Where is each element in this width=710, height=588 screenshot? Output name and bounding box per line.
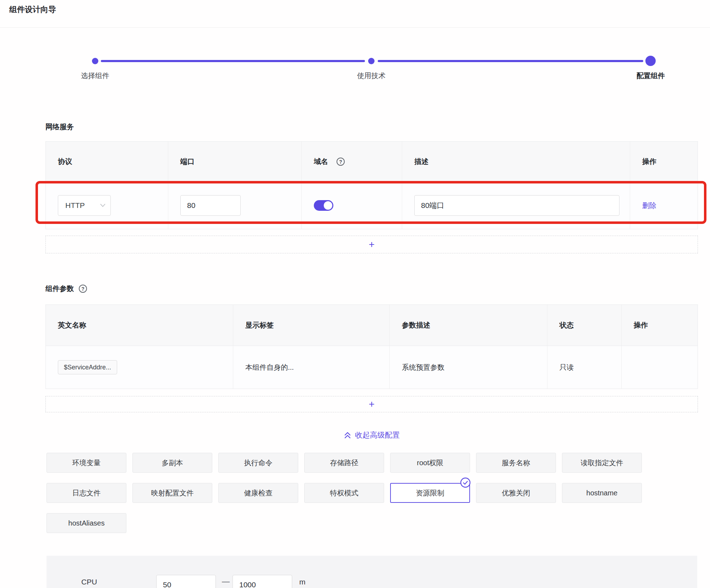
add-network-service-row-button[interactable]: +: [45, 236, 698, 253]
option-resource-limits[interactable]: 资源限制: [390, 483, 470, 503]
option-health-check[interactable]: 健康检查: [218, 483, 298, 503]
stepper-connector-1: [101, 60, 365, 62]
step-dot-configure-component: [645, 56, 656, 66]
network-service-table-header: 协议 端口 域名 ? 描述 操作: [46, 142, 698, 182]
add-component-param-row-button[interactable]: +: [45, 396, 698, 412]
step-label-use-technology[interactable]: 使用技术: [318, 71, 425, 81]
description-input[interactable]: [414, 195, 619, 216]
component-params-table-header: 英文名称 显示标签 参数描述 状态 操作: [46, 305, 698, 346]
option-exec-command[interactable]: 执行命令: [218, 453, 298, 473]
step-label-select-component[interactable]: 选择组件: [42, 71, 148, 81]
double-chevron-up-icon: [344, 431, 351, 439]
option-hostname[interactable]: hostname: [562, 483, 642, 503]
domain-help-icon[interactable]: ?: [337, 158, 345, 166]
param-name-tag[interactable]: $ServiceAddre...: [58, 360, 117, 374]
option-read-specified-file[interactable]: 读取指定文件: [562, 453, 642, 473]
actions-cell: 删除: [630, 182, 698, 229]
component-design-wizard-page: 组件设计向导 选择组件 使用技术 配置组件 网络服务 协议 端口 域名 ? 描述: [0, 0, 710, 588]
network-service-title-text: 网络服务: [45, 122, 74, 132]
option-map-config-file[interactable]: 映射配置文件: [132, 483, 212, 503]
option-log-file[interactable]: 日志文件: [47, 483, 126, 503]
param-status-cell: 只读: [547, 346, 621, 389]
plus-icon: +: [369, 239, 375, 250]
network-service-section-title: 网络服务: [45, 122, 74, 132]
resource-limits-panel: CPU — m: [47, 556, 697, 588]
col-header-status: 状态: [547, 305, 621, 346]
param-actions-cell: [621, 346, 698, 389]
col-header-english-name: 英文名称: [46, 305, 233, 346]
domain-cell: [301, 182, 402, 229]
protocol-select-value: HTTP: [65, 201, 85, 210]
col-header-param-actions: 操作: [621, 305, 698, 346]
port-input[interactable]: [180, 195, 241, 216]
option-hostaliases[interactable]: hostAliases: [47, 513, 126, 533]
component-params-table: 英文名称 显示标签 参数描述 状态 操作 $ServiceAddre... 本组…: [45, 304, 698, 389]
option-storage-path[interactable]: 存储路径: [304, 453, 384, 473]
col-header-param-description: 参数描述: [389, 305, 547, 346]
cpu-unit-label: m: [299, 578, 306, 586]
plus-icon: +: [369, 399, 375, 410]
param-label-cell: 本组件自身的...: [233, 346, 389, 389]
cpu-max-input[interactable]: [233, 575, 292, 588]
option-root-permission[interactable]: root权限: [390, 453, 470, 473]
component-params-table-row: $ServiceAddre... 本组件自身的... 系统预置参数 只读: [46, 346, 698, 389]
col-header-display-label: 显示标签: [233, 305, 389, 346]
param-name-cell: $ServiceAddre...: [46, 346, 233, 389]
chevron-down-icon: [100, 204, 105, 207]
component-params-section-title: 组件参数 ?: [45, 284, 87, 293]
step-label-configure-component[interactable]: 配置组件: [597, 71, 704, 81]
option-graceful-shutdown[interactable]: 优雅关闭: [476, 483, 556, 503]
port-cell: [168, 182, 301, 229]
delete-row-button[interactable]: 删除: [642, 201, 656, 210]
param-description-cell: 系统预置参数: [389, 346, 547, 389]
option-env-vars[interactable]: 环境变量: [47, 453, 126, 473]
domain-toggle-knob: [324, 201, 332, 210]
description-cell: [402, 182, 630, 229]
component-params-title-text: 组件参数: [45, 284, 74, 293]
col-header-description: 描述: [402, 142, 630, 182]
col-header-actions: 操作: [630, 142, 698, 182]
network-service-table: 协议 端口 域名 ? 描述 操作 HTTP: [45, 141, 698, 229]
col-header-port: 端口: [168, 142, 301, 182]
range-separator: —: [222, 577, 230, 586]
component-params-help-icon[interactable]: ?: [79, 285, 87, 293]
step-dot-select-component: [92, 58, 98, 64]
step-dot-use-technology: [368, 58, 375, 64]
domain-toggle[interactable]: [314, 200, 333, 211]
option-service-name[interactable]: 服务名称: [476, 453, 556, 473]
header-divider: [0, 27, 710, 28]
col-header-protocol: 协议: [46, 142, 168, 182]
advanced-options-grid: 环境变量 多副本 执行命令 存储路径 root权限 服务名称 读取指定文件 日志…: [47, 453, 703, 533]
network-service-table-row: HTTP 删除: [46, 182, 698, 229]
selected-check-icon: [460, 477, 471, 488]
cpu-label: CPU: [81, 578, 97, 586]
option-replicas[interactable]: 多副本: [132, 453, 212, 473]
option-privileged-mode[interactable]: 特权模式: [304, 483, 384, 503]
protocol-select[interactable]: HTTP: [58, 195, 111, 216]
cpu-min-input[interactable]: [156, 575, 216, 588]
protocol-cell: HTTP: [46, 182, 168, 229]
col-header-domain: 域名 ?: [301, 142, 402, 182]
collapse-advanced-config-label: 收起高级配置: [355, 430, 400, 440]
stepper-connector-2: [378, 60, 643, 62]
page-title: 组件设计向导: [9, 4, 56, 15]
collapse-advanced-config-link[interactable]: 收起高级配置: [45, 430, 698, 440]
